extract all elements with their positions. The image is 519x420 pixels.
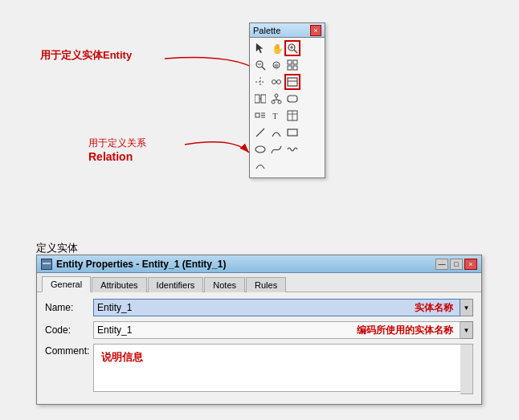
palette-row-2: ⊕ xyxy=(252,57,322,73)
palette-fit-tool[interactable]: ⊕ xyxy=(268,57,284,73)
svg-text:⊕: ⊕ xyxy=(274,63,279,68)
name-label: Name: xyxy=(45,302,93,313)
svg-point-44 xyxy=(255,146,265,153)
comment-area-container: 说明信息 xyxy=(93,344,473,394)
svg-line-31 xyxy=(273,100,276,100)
palette-row-6 xyxy=(252,124,322,141)
tab-notes[interactable]: Notes xyxy=(204,277,245,292)
code-input-container: 编码所使用的实体名称 ▼ xyxy=(93,321,473,339)
palette-tree-tool[interactable] xyxy=(268,91,284,107)
svg-rect-34 xyxy=(255,113,260,117)
svg-rect-25 xyxy=(261,95,266,103)
relation-arrow xyxy=(88,128,273,177)
svg-rect-16 xyxy=(293,66,297,70)
svg-point-29 xyxy=(278,100,281,104)
palette-table-tool[interactable] xyxy=(284,108,300,124)
svg-rect-24 xyxy=(255,95,260,103)
tab-general[interactable]: General xyxy=(42,276,91,292)
name-input[interactable] xyxy=(93,299,460,316)
palette-tool3b[interactable] xyxy=(268,74,284,90)
palette-window: Palette × ✋ xyxy=(249,22,325,178)
palette-text-tool[interactable]: T xyxy=(268,108,284,124)
entity-properties-dialog: Entity Properties - Entity_1 (Entity_1) … xyxy=(36,255,482,405)
palette-entity-tool[interactable] xyxy=(284,74,300,90)
palette-row-5: T xyxy=(252,108,322,124)
svg-line-9 xyxy=(262,67,265,70)
palette-close-button[interactable]: × xyxy=(310,25,321,36)
svg-marker-2 xyxy=(256,43,263,53)
top-section: 用于定义实体Entity 用于定义关系 Relation Palette × xyxy=(0,0,519,237)
palette-zoom-out-tool[interactable] xyxy=(252,57,268,73)
dialog-restore-button[interactable]: □ xyxy=(450,259,463,270)
palette-ellipse-tool[interactable] xyxy=(252,141,268,157)
palette-bezier-tool[interactable] xyxy=(268,141,284,157)
svg-text:✋: ✋ xyxy=(272,43,282,54)
svg-line-32 xyxy=(276,100,280,100)
entity-annotation: 用于定义实体Entity xyxy=(40,48,132,63)
palette-row-8 xyxy=(252,158,322,174)
palette-arc2-tool[interactable] xyxy=(252,158,268,174)
code-label: Code: xyxy=(45,324,93,336)
code-scroll-button[interactable]: ▼ xyxy=(460,321,473,339)
bottom-section: 定义实体 Entity Properties - Entity_1 (Entit… xyxy=(0,237,519,420)
dialog-minimize-button[interactable]: — xyxy=(435,259,448,270)
svg-rect-43 xyxy=(288,129,297,136)
svg-text:T: T xyxy=(272,111,278,120)
svg-rect-33 xyxy=(288,96,297,102)
svg-point-19 xyxy=(272,80,276,84)
comment-textarea[interactable] xyxy=(93,344,473,392)
comment-scrollbar[interactable] xyxy=(460,344,473,394)
palette-cursor-tool[interactable] xyxy=(252,40,268,56)
dialog-title-icon xyxy=(41,259,52,270)
palette-relation-tool[interactable] xyxy=(252,91,268,107)
palette-row-3 xyxy=(252,74,322,90)
palette-row-4 xyxy=(252,91,322,107)
dialog-title-text: Entity Properties - Entity_1 (Entity_1) xyxy=(56,259,226,270)
palette-wave-tool[interactable] xyxy=(284,141,300,157)
palette-title: Palette xyxy=(253,26,280,35)
name-scroll-button[interactable]: ▼ xyxy=(460,299,473,316)
palette-tool5a[interactable] xyxy=(252,108,268,124)
palette-titlebar: Palette × xyxy=(250,23,325,38)
entity-bold-label: Entity xyxy=(103,49,132,61)
dialog-title-left: Entity Properties - Entity_1 (Entity_1) xyxy=(41,259,226,270)
palette-line-tool[interactable] xyxy=(252,124,268,141)
dialog-content: Name: 实体名称 ▼ Code: 编码所使用的实体名称 ▼ Comment: xyxy=(37,292,481,404)
dialog-close-button[interactable]: × xyxy=(464,259,477,270)
dialog-tabs: General Attributes Identifiers Notes Rul… xyxy=(37,273,481,292)
svg-rect-14 xyxy=(293,60,297,64)
palette-row-7 xyxy=(252,141,322,157)
svg-point-27 xyxy=(275,94,278,97)
svg-line-5 xyxy=(294,50,297,53)
svg-rect-45 xyxy=(43,260,51,268)
palette-rounded-rect-tool[interactable] xyxy=(284,91,300,107)
palette-grid-tool[interactable] xyxy=(284,57,300,73)
name-input-container: 实体名称 ▼ xyxy=(93,299,473,316)
palette-rect-tool[interactable] xyxy=(284,124,300,141)
svg-rect-13 xyxy=(288,60,292,64)
palette-tool3a[interactable] xyxy=(252,74,268,90)
dialog-controls: — □ × xyxy=(435,259,477,270)
palette-hand-tool[interactable]: ✋ xyxy=(268,40,284,56)
svg-line-42 xyxy=(256,128,264,137)
palette-row-1: ✋ xyxy=(252,40,322,56)
svg-rect-15 xyxy=(288,66,292,70)
comment-field-row: Comment: 说明信息 xyxy=(45,344,473,394)
svg-point-28 xyxy=(272,100,275,104)
tab-identifiers[interactable]: Identifiers xyxy=(148,277,204,292)
svg-rect-22 xyxy=(288,78,297,86)
code-input[interactable] xyxy=(93,321,460,339)
tab-attributes[interactable]: Attributes xyxy=(92,277,146,292)
comment-label: Comment: xyxy=(45,344,93,394)
tab-rules[interactable]: Rules xyxy=(246,277,286,292)
svg-point-20 xyxy=(277,80,281,84)
palette-zoom-tool[interactable] xyxy=(284,40,300,56)
palette-arc-tool[interactable] xyxy=(268,124,284,141)
dialog-titlebar: Entity Properties - Entity_1 (Entity_1) … xyxy=(37,255,481,273)
code-field-row: Code: 编码所使用的实体名称 ▼ xyxy=(45,321,473,339)
palette-body: ✋ xyxy=(250,38,325,177)
name-field-row: Name: 实体名称 ▼ xyxy=(45,299,473,316)
